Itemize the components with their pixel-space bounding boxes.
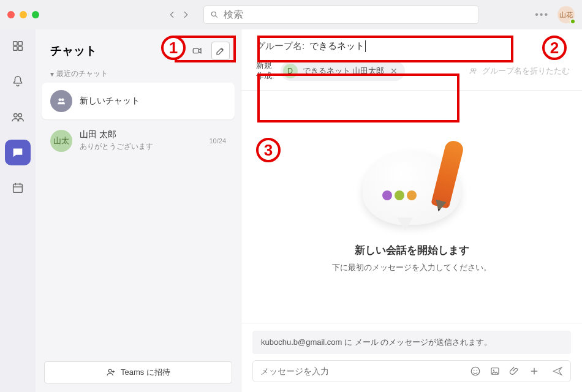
search-icon — [210, 10, 219, 19]
chat-sidebar: チャット ▾ 最近のチャット 新しいチャット 山太 — [36, 29, 241, 392]
search-placeholder: 検索 — [224, 9, 243, 21]
svg-rect-5 — [18, 47, 22, 50]
forward-button[interactable] — [179, 8, 192, 21]
message-input[interactable] — [260, 366, 463, 376]
bell-icon — [11, 75, 25, 88]
add-button[interactable] — [529, 366, 540, 377]
nav-buttons — [165, 8, 192, 21]
chat-list: 新しいチャット 山太 山田 太郎 ありがとうございます 10/24 — [36, 83, 241, 162]
svg-line-1 — [216, 16, 217, 18]
send-button[interactable] — [552, 366, 563, 377]
image-icon — [489, 366, 501, 377]
svg-point-16 — [59, 99, 62, 102]
svg-point-6 — [14, 114, 17, 118]
chat-item-time: 10/24 — [209, 137, 226, 145]
chat-item-yamada[interactable]: 山太 山田 太郎 ありがとうございます 10/24 — [42, 122, 235, 159]
empty-state: 新しい会話を開始します 下に最初のメッセージを入力してください。 — [241, 91, 582, 323]
avatar-initials: 山花 — [559, 10, 573, 20]
chat-item-name: 山田 太郎 — [80, 129, 202, 140]
chat-item-new[interactable]: 新しいチャット — [42, 83, 235, 119]
chevron-down-icon: ▾ — [50, 70, 54, 78]
svg-point-27 — [493, 369, 494, 371]
svg-rect-3 — [18, 42, 22, 45]
svg-rect-2 — [13, 42, 17, 45]
recipient-chip[interactable]: D できるネット 山田太郎 ✕ — [281, 61, 406, 81]
chip-avatar: D — [283, 64, 298, 78]
chip-remove-button[interactable]: ✕ — [389, 66, 399, 76]
video-button[interactable] — [188, 42, 206, 60]
recipient-label: 新規 作成: — [256, 61, 274, 81]
svg-point-24 — [474, 370, 475, 371]
close-window-button[interactable] — [7, 11, 15, 18]
filter-icon — [168, 45, 180, 56]
svg-point-18 — [108, 369, 111, 372]
empty-illustration — [357, 140, 467, 238]
section-recent-label: 最近のチャット — [56, 69, 108, 79]
rail-calendar[interactable] — [5, 175, 31, 201]
search-input[interactable]: 検索 — [203, 6, 479, 24]
email-notice: kubochu.b@gmail.com に メール のメッセージが送信されます。 — [252, 331, 571, 354]
compose-icon — [215, 45, 226, 56]
emoji-button[interactable] — [470, 366, 481, 377]
invite-label: Teams に招待 — [121, 367, 170, 378]
titlebar: 検索 ••• 山花 — [0, 0, 582, 29]
rail-chat[interactable] — [5, 140, 31, 165]
fold-label: グループ名を折りたたむ — [482, 66, 570, 77]
group-name-label: グループ名: — [256, 40, 304, 52]
invite-teams-button[interactable]: Teams に招待 — [44, 361, 232, 383]
calendar-icon — [11, 181, 25, 195]
svg-point-21 — [471, 69, 474, 71]
maximize-window-button[interactable] — [32, 11, 39, 18]
chevron-left-icon — [167, 10, 177, 20]
chat-item-preview: ありがとうございます — [80, 141, 202, 152]
group-name-value: できるネット — [309, 40, 366, 52]
rail-notifications[interactable] — [5, 69, 31, 94]
svg-point-17 — [61, 99, 64, 102]
attach-button[interactable] — [509, 366, 520, 377]
more-button[interactable]: ••• — [535, 9, 549, 20]
avatar: 山太 — [50, 130, 72, 152]
app-rail — [0, 29, 36, 392]
send-icon — [552, 366, 563, 377]
new-chat-button[interactable] — [211, 42, 230, 60]
group-avatar-icon — [50, 90, 72, 112]
back-button[interactable] — [165, 8, 179, 21]
svg-point-23 — [471, 367, 480, 375]
chat-main: グループ名: できるネット 新規 作成: D できるネット 山田太郎 ✕ グルー… — [241, 29, 582, 392]
sidebar-title: チャット — [50, 43, 97, 59]
group-name-field[interactable]: グループ名: できるネット — [256, 40, 570, 52]
section-recent[interactable]: ▾ 最近のチャット — [36, 62, 241, 83]
svg-point-0 — [211, 12, 216, 16]
svg-rect-15 — [193, 48, 198, 53]
svg-rect-4 — [13, 47, 17, 50]
svg-point-7 — [18, 114, 21, 118]
rail-activity[interactable] — [5, 33, 31, 59]
emoji-icon — [470, 366, 481, 377]
people-icon — [11, 110, 25, 124]
image-button[interactable] — [489, 366, 501, 377]
video-icon — [192, 45, 203, 56]
filter-button[interactable] — [165, 42, 183, 60]
svg-point-25 — [477, 370, 478, 371]
plus-icon — [529, 366, 540, 377]
svg-rect-8 — [13, 184, 23, 193]
svg-point-22 — [474, 69, 476, 71]
presence-available-icon — [570, 18, 576, 24]
empty-subtitle: 下に最初のメッセージを入力してください。 — [332, 262, 491, 273]
people-icon — [469, 66, 478, 76]
message-input-row — [252, 360, 571, 382]
window-controls — [7, 11, 39, 18]
paperclip-icon — [509, 366, 520, 377]
chip-name: できるネット 山田太郎 — [303, 66, 385, 77]
empty-title: 新しい会話を開始します — [355, 243, 469, 257]
activity-icon — [11, 39, 25, 53]
rail-community[interactable] — [5, 104, 31, 130]
chat-icon — [11, 146, 25, 159]
compose-area: kubochu.b@gmail.com に メール のメッセージが送信されます。 — [241, 323, 582, 392]
fold-group-name-button[interactable]: グループ名を折りたたむ — [469, 66, 570, 77]
chevron-right-icon — [181, 10, 191, 20]
minimize-window-button[interactable] — [20, 11, 27, 18]
user-avatar[interactable]: 山花 — [557, 6, 575, 23]
chat-item-name: 新しいチャット — [80, 96, 226, 107]
person-add-icon — [106, 368, 116, 377]
